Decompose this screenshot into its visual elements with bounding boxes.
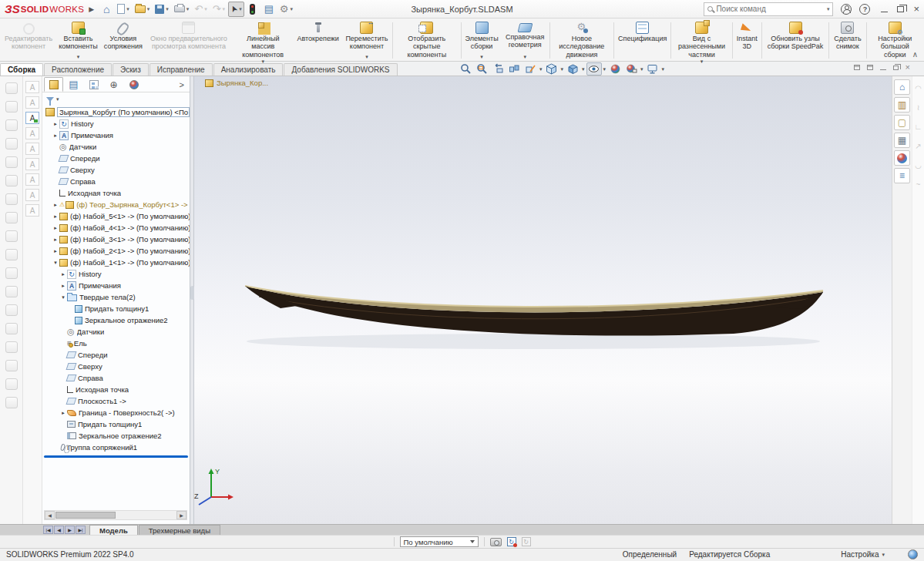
redo-dropdown-caret[interactable]: ▾ bbox=[223, 6, 226, 12]
model-tab-1[interactable]: Модель bbox=[89, 525, 138, 535]
tree-item[interactable]: Датчики bbox=[42, 141, 190, 153]
expand-collapsed-icon[interactable]: ▸ bbox=[52, 237, 59, 243]
doc-restore-button[interactable] bbox=[893, 66, 899, 70]
tree-item[interactable]: ▸Примечания bbox=[42, 129, 190, 141]
tree-item[interactable]: Ель bbox=[42, 338, 190, 349]
expand-collapsed-icon[interactable]: ▸ bbox=[52, 121, 59, 127]
tree-item[interactable]: Придать толщину1 bbox=[42, 303, 190, 314]
filter-caret[interactable]: ▾ bbox=[56, 96, 59, 102]
expand-collapsed-icon[interactable]: ▸ bbox=[52, 202, 59, 208]
tree-item[interactable]: ▸Граница - Поверхность2( ->) bbox=[42, 407, 190, 418]
tree-item[interactable]: ▸⚠(ф) Теор_Зырянка_Корбут<1> -> (По bbox=[42, 199, 190, 210]
tab-сборка[interactable]: Сборка bbox=[0, 63, 43, 76]
doc-close-button[interactable]: × bbox=[906, 63, 910, 72]
linear-component-pattern-button[interactable]: Линейный массив компонентов▾ bbox=[232, 20, 294, 61]
expand-collapsed-icon[interactable]: ▸ bbox=[59, 410, 67, 416]
task-list-button[interactable] bbox=[261, 2, 277, 17]
nav-arrow-button[interactable]: |◀ bbox=[43, 526, 53, 534]
custom-toolbar[interactable]: Настройка ▾ bbox=[841, 550, 885, 559]
tab-dimxpertmanager[interactable]: ⊕ bbox=[104, 77, 123, 92]
show-hidden-components-button[interactable]: Отобразить скрытые компоненты bbox=[394, 20, 459, 61]
tree-root-row[interactable]: Зырянка_Корбут (По умолчанию) <По умолч bbox=[42, 106, 190, 118]
tree-item[interactable]: Группа сопряжений1 bbox=[42, 442, 190, 453]
expand-expanded-icon[interactable]: ▾ bbox=[59, 294, 67, 301]
redo-button[interactable]: ▾ bbox=[210, 2, 227, 17]
expand-collapsed-icon[interactable]: ▸ bbox=[52, 133, 59, 139]
configuration-select[interactable]: По умолчанию bbox=[400, 536, 479, 547]
tab-propertymanager[interactable]: ▤ bbox=[64, 77, 83, 92]
print-dropdown-caret[interactable]: ▾ bbox=[186, 6, 190, 12]
select-button[interactable]: ▾ bbox=[228, 2, 244, 17]
tab-displaymanager[interactable] bbox=[124, 77, 143, 92]
tree-item[interactable]: ▾(ф) Набой_1<1> -> (По умолчанию) <<П bbox=[42, 257, 190, 268]
tree-item[interactable]: Придать толщину1 bbox=[42, 418, 190, 430]
doc-window-icon-2[interactable] bbox=[867, 65, 873, 70]
tree-item[interactable]: ▸(ф) Набой_2<1> -> (По умолчанию) <<П bbox=[42, 245, 190, 257]
tab-featuremanager[interactable] bbox=[44, 77, 63, 92]
open-button[interactable]: ▾ bbox=[133, 2, 153, 17]
tab-добавления-solidworks[interactable]: Добавления SOLIDWORKS bbox=[284, 63, 397, 76]
new-motion-study-button[interactable]: Новое исследование движения bbox=[551, 20, 613, 61]
close-button[interactable]: × bbox=[913, 4, 919, 14]
scroll-right-icon[interactable]: ▶ bbox=[176, 511, 186, 519]
reference-geometry-dropdown-caret[interactable]: ▾ bbox=[523, 54, 526, 60]
hide-show-items-caret[interactable]: ▾ bbox=[603, 66, 606, 72]
save-button[interactable]: ▾ bbox=[153, 2, 171, 17]
instant-3d-button[interactable]: Instant 3D bbox=[734, 20, 761, 61]
open-dropdown-caret[interactable]: ▾ bbox=[147, 6, 150, 12]
mate-button[interactable]: Условия сопряжения bbox=[101, 20, 146, 61]
appearance-lights-button[interactable] bbox=[245, 2, 260, 17]
custom-properties-button[interactable]: ≡ bbox=[894, 168, 910, 183]
menu-flyout-arrow-icon[interactable]: ▶ bbox=[89, 5, 94, 13]
tree-item[interactable]: Сверху bbox=[42, 361, 190, 372]
search-dropdown-caret[interactable]: ▾ bbox=[827, 6, 830, 12]
expand-collapsed-icon[interactable]: ▸ bbox=[52, 248, 59, 254]
tree-item[interactable]: Справа bbox=[42, 372, 190, 384]
home-button[interactable] bbox=[99, 2, 114, 17]
design-library-button[interactable]: ▥ bbox=[894, 97, 910, 113]
undo-dropdown-caret[interactable]: ▾ bbox=[204, 6, 207, 12]
expand-collapsed-icon[interactable]: ▸ bbox=[59, 283, 67, 289]
annotation-views-caret[interactable]: ▾ bbox=[539, 66, 543, 72]
linear-component-pattern-dropdown-caret[interactable]: ▾ bbox=[261, 59, 264, 65]
flyout-feature-tree[interactable]: Зырянка_Кор... bbox=[205, 79, 268, 87]
insert-components-button[interactable]: Вставить компоненты▾ bbox=[55, 20, 101, 61]
new-document-dropdown-caret[interactable]: ▾ bbox=[126, 6, 129, 12]
restore-button[interactable] bbox=[897, 6, 904, 12]
view-palette-button[interactable]: ▦ bbox=[894, 133, 910, 148]
doc-window-icon-1[interactable] bbox=[854, 65, 860, 70]
home-button[interactable]: ⌂ bbox=[894, 79, 910, 95]
new-document-button[interactable]: ▾ bbox=[115, 2, 132, 17]
tree-horizontal-scrollbar[interactable]: ◀ ▶ bbox=[44, 510, 187, 520]
display-style-button[interactable] bbox=[565, 62, 580, 76]
dynamic-annotation-views-button[interactable] bbox=[522, 62, 538, 76]
tree-item[interactable]: Исходная точка bbox=[42, 187, 190, 199]
graphics-viewport[interactable]: Зырянка_Кор... Y Z bbox=[194, 76, 892, 524]
view-orientation-button[interactable] bbox=[544, 62, 559, 76]
options-dropdown-caret[interactable]: ▾ bbox=[290, 6, 293, 12]
tree-item[interactable]: Спереди bbox=[42, 349, 190, 361]
file-explorer-button[interactable]: ▢ bbox=[894, 115, 910, 130]
annotation-tool-icon[interactable]: A bbox=[25, 112, 39, 124]
tree-item[interactable]: Сверху bbox=[42, 164, 190, 176]
nav-arrow-button[interactable]: ▶ bbox=[65, 526, 75, 534]
bill-of-materials-button[interactable]: Спецификация bbox=[615, 20, 670, 61]
zoom-area-button[interactable] bbox=[474, 62, 489, 76]
help-icon[interactable]: ? bbox=[859, 4, 870, 15]
assembly-features-dropdown-caret[interactable]: ▾ bbox=[480, 54, 483, 60]
select-dropdown-caret[interactable]: ▾ bbox=[239, 6, 242, 12]
camera-snapshot-icon[interactable] bbox=[490, 538, 502, 546]
tree-item[interactable]: Исходная точка bbox=[42, 384, 190, 395]
previous-view-button[interactable] bbox=[490, 62, 506, 76]
tree-item[interactable]: ▸History bbox=[42, 268, 190, 280]
section-view-button[interactable] bbox=[506, 62, 522, 76]
save-dropdown-caret[interactable]: ▾ bbox=[166, 6, 169, 12]
expand-expanded-icon[interactable]: ▾ bbox=[52, 260, 59, 266]
tree-item[interactable]: ▸History bbox=[42, 118, 190, 129]
doc-minimize-button[interactable] bbox=[880, 65, 886, 70]
move-component-button[interactable]: Переместить компонент▾ bbox=[342, 20, 391, 61]
tree-item[interactable]: ▸(ф) Набой_4<1> -> (По умолчанию) <<П bbox=[42, 222, 190, 233]
tree-item[interactable]: ▸Примечания bbox=[42, 280, 190, 291]
take-snapshot-button[interactable]: Сделать снимок bbox=[830, 20, 865, 61]
filter-icon[interactable] bbox=[46, 97, 54, 102]
